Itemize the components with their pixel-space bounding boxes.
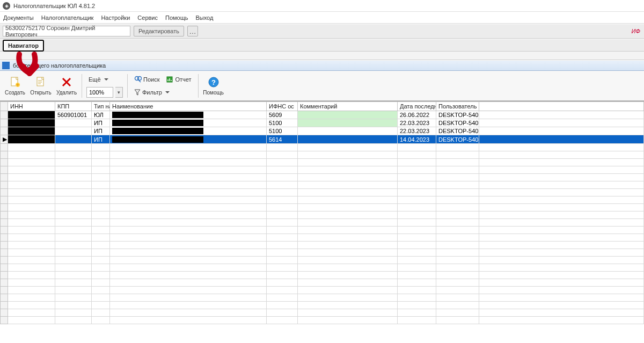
cell-empty[interactable] <box>479 174 644 181</box>
cell-empty[interactable] <box>55 159 92 166</box>
cell-empty[interactable] <box>55 144 92 151</box>
table-row[interactable] <box>1 144 644 151</box>
cell-empty[interactable] <box>398 144 436 151</box>
cell-empty[interactable] <box>8 144 55 151</box>
cell-empty[interactable] <box>479 181 644 189</box>
cell-empty[interactable] <box>398 227 436 234</box>
cell-empty[interactable] <box>110 287 267 294</box>
cell-empty[interactable] <box>267 234 298 242</box>
cell-empty[interactable] <box>55 181 92 189</box>
cell-empty[interactable] <box>436 189 479 196</box>
cell-empty[interactable] <box>92 166 110 174</box>
cell-empty[interactable] <box>92 196 110 204</box>
cell-empty[interactable] <box>436 219 479 227</box>
table-row[interactable] <box>1 234 644 242</box>
cell-empty[interactable] <box>479 264 644 272</box>
cell-date[interactable]: 14.04.2023 <box>398 135 436 144</box>
cell-type[interactable]: ИП <box>92 135 110 144</box>
cell-empty[interactable] <box>55 287 92 294</box>
cell-empty[interactable] <box>110 196 267 204</box>
cell-empty[interactable] <box>92 302 110 309</box>
cell-empty[interactable] <box>110 204 267 211</box>
cell-empty[interactable] <box>110 294 267 302</box>
cell-empty[interactable] <box>398 211 436 219</box>
cell-empty[interactable] <box>398 189 436 196</box>
table-row[interactable] <box>1 159 644 166</box>
cell-empty[interactable] <box>110 234 267 242</box>
cell-empty[interactable] <box>298 272 398 279</box>
cell-empty[interactable] <box>267 287 298 294</box>
cell-empty[interactable] <box>55 166 92 174</box>
cell-empty[interactable] <box>267 159 298 166</box>
cell-empty[interactable] <box>479 249 644 257</box>
cell-comment[interactable] <box>298 111 398 119</box>
cell-empty[interactable] <box>92 309 110 317</box>
cell-empty[interactable] <box>8 166 55 174</box>
cell-empty[interactable] <box>479 211 644 219</box>
col-user[interactable]: Пользователь <box>436 102 479 111</box>
cell-empty[interactable] <box>267 242 298 249</box>
cell-empty[interactable] <box>436 249 479 257</box>
cell-empty[interactable] <box>92 317 110 324</box>
more-dropdown[interactable]: Ещё <box>86 74 111 85</box>
cell-empty[interactable] <box>55 272 92 279</box>
cell-empty[interactable] <box>92 144 110 151</box>
cell-empty[interactable] <box>8 219 55 227</box>
cell-name[interactable] <box>110 111 267 119</box>
cell-empty[interactable] <box>8 257 55 264</box>
cell-ifns[interactable]: 5614 <box>267 135 298 144</box>
cell-empty[interactable] <box>267 204 298 211</box>
cell-empty[interactable] <box>398 219 436 227</box>
cell-empty[interactable] <box>479 272 644 279</box>
cell-empty[interactable] <box>298 234 398 242</box>
cell-date[interactable]: 22.03.2023 <box>398 119 436 127</box>
cell-empty[interactable] <box>92 249 110 257</box>
report-button[interactable]: Отчет <box>164 74 193 85</box>
cell-empty[interactable] <box>398 181 436 189</box>
cell-inn[interactable] <box>8 127 55 135</box>
cell-empty[interactable] <box>8 181 55 189</box>
table-row[interactable] <box>1 249 644 257</box>
cell-empty[interactable] <box>267 151 298 159</box>
cell-empty[interactable] <box>398 166 436 174</box>
cell-empty[interactable] <box>436 144 479 151</box>
cell-ifns[interactable]: 5100 <box>267 119 298 127</box>
cell-empty[interactable] <box>479 159 644 166</box>
table-row[interactable] <box>1 294 644 302</box>
menu-help[interactable]: Помощь <box>165 14 188 21</box>
cell-empty[interactable] <box>110 151 267 159</box>
cell-empty[interactable] <box>110 219 267 227</box>
search-button[interactable]: Поиск <box>132 74 162 85</box>
cell-type[interactable]: ИП <box>92 127 110 135</box>
cell-empty[interactable] <box>110 174 267 181</box>
cell-empty[interactable] <box>479 294 644 302</box>
cell-inn[interactable] <box>8 111 55 119</box>
cell-empty[interactable] <box>298 174 398 181</box>
cell-empty[interactable] <box>8 211 55 219</box>
menu-documents[interactable]: Документы <box>3 14 34 21</box>
cell-empty[interactable] <box>110 211 267 219</box>
cell-empty[interactable] <box>398 317 436 324</box>
cell-empty[interactable] <box>267 189 298 196</box>
cell-empty[interactable] <box>92 159 110 166</box>
cell-empty[interactable] <box>92 234 110 242</box>
cell-comment[interactable] <box>298 127 398 135</box>
cell-empty[interactable] <box>436 234 479 242</box>
cell-empty[interactable] <box>110 309 267 317</box>
menu-exit[interactable]: Выход <box>196 14 214 21</box>
col-type[interactable]: Тип на <box>92 102 110 111</box>
cell-empty[interactable] <box>110 264 267 272</box>
cell-empty[interactable] <box>436 227 479 234</box>
table-row[interactable] <box>1 242 644 249</box>
cell-kpp[interactable] <box>55 135 92 144</box>
menu-service[interactable]: Сервис <box>137 14 158 21</box>
cell-empty[interactable] <box>92 287 110 294</box>
cell-empty[interactable] <box>8 279 55 287</box>
cell-user[interactable]: DESKTOP-5402 <box>436 127 479 135</box>
cell-empty[interactable] <box>55 227 92 234</box>
cell-empty[interactable] <box>436 159 479 166</box>
cell-empty[interactable] <box>8 249 55 257</box>
delete-button[interactable]: Удалить <box>54 72 79 100</box>
cell-empty[interactable] <box>55 196 92 204</box>
cell-empty[interactable] <box>110 272 267 279</box>
